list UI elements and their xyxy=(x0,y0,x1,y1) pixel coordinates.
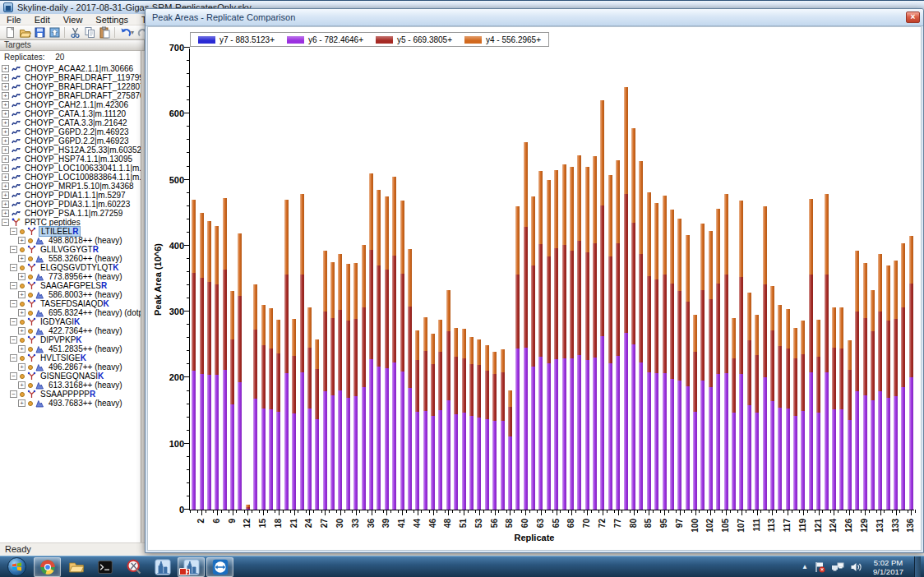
new-document-button[interactable] xyxy=(2,25,17,39)
tree-expander[interactable]: + xyxy=(2,210,9,217)
close-icon[interactable]: × xyxy=(906,12,920,23)
tree-item-protein[interactable]: +CHOYP_PDIA1.1.1|m.5297 xyxy=(2,191,127,200)
tree-item-transition[interactable]: +558.3260++ (heavy) xyxy=(18,254,124,263)
tree-item-transition[interactable]: +451.2835++ (heavy) xyxy=(18,344,124,353)
tree-item-peptide[interactable]: −TASEFDSAIAQDK xyxy=(10,299,111,308)
tree-item-protein[interactable]: +CHOYP_CAH2.1.1|m.42306 xyxy=(2,100,130,109)
tree-item-transition[interactable]: +422.7364++ (heavy) xyxy=(18,326,124,335)
tree-item-peptide[interactable]: −HVLTSIGEK xyxy=(10,353,88,362)
tree-item-peptide[interactable]: −DIPVPKPK xyxy=(10,335,84,344)
tree-expander[interactable]: − xyxy=(10,390,17,398)
tree-expander[interactable]: + xyxy=(2,110,9,118)
save-button[interactable] xyxy=(32,25,47,39)
peak-areas-titlebar[interactable]: Peak Areas - Replicate Comparison × xyxy=(146,9,923,26)
tree-expander[interactable]: + xyxy=(2,128,9,136)
tree-expander[interactable]: + xyxy=(18,237,25,244)
menu-item-view[interactable]: View xyxy=(57,14,90,25)
volume-icon[interactable] xyxy=(850,561,862,573)
replicates-selector[interactable]: Replicates: 20 xyxy=(0,51,141,63)
tree-item-protein[interactable]: +CHOYP_PSA.1.1|m.27259 xyxy=(2,209,124,218)
tree-item-protein[interactable]: +CHOYP_HS12A.25.33|m.60352 xyxy=(2,145,141,155)
tree-item-protein[interactable]: +CHOYP_BRAFLDRAFT_275870.1.1|m.12895 xyxy=(2,91,141,100)
cmd-taskbar-button[interactable] xyxy=(91,557,118,577)
tree-expander[interactable]: − xyxy=(10,264,17,271)
tree-expander[interactable]: + xyxy=(2,119,9,127)
tree-item-peptide[interactable]: −GISNEGQNASIK xyxy=(10,372,105,381)
chrome-taskbar-button[interactable] xyxy=(34,557,61,577)
skyline-taskbar-button[interactable] xyxy=(149,557,176,577)
tree-expander[interactable]: + xyxy=(18,399,25,407)
tree-expander[interactable]: − xyxy=(2,219,9,226)
tree-item-transition[interactable]: +613.3168++ (heavy) xyxy=(18,381,124,390)
tree-expander[interactable]: − xyxy=(10,282,17,289)
tree-expander[interactable]: + xyxy=(2,173,9,181)
tree-item-protein[interactable]: +CHOYP_G6PD.2.2|m.46923 xyxy=(2,127,131,136)
tree-expander[interactable]: + xyxy=(18,327,25,335)
menu-item-file[interactable]: File xyxy=(0,14,28,25)
tree-expander[interactable]: + xyxy=(18,291,25,298)
action-center-icon[interactable] xyxy=(814,561,825,573)
tree-expander[interactable]: + xyxy=(2,192,9,199)
tree-expander[interactable]: + xyxy=(2,92,9,99)
tree-item-transition[interactable]: +496.2867++ (heavy) xyxy=(18,362,124,372)
tree-expander[interactable]: − xyxy=(10,354,17,362)
tree-item-peptide[interactable]: −LTILEELR xyxy=(10,227,81,236)
tree-expander[interactable]: + xyxy=(18,255,25,262)
menu-item-edit[interactable]: Edit xyxy=(28,14,57,25)
tree-item-peptide[interactable]: −IGDYAGIK xyxy=(10,317,81,326)
copy-button[interactable] xyxy=(82,25,97,39)
network-icon[interactable] xyxy=(831,561,844,573)
tree-expander[interactable]: + xyxy=(2,155,9,163)
tree-expander[interactable]: + xyxy=(2,65,9,72)
tree-item-protein[interactable]: +CHOYP_BRAFLDRAFT_122807.1.1|m.3729 xyxy=(2,82,141,91)
tree-expander[interactable]: + xyxy=(2,101,9,108)
tree-expander[interactable]: + xyxy=(2,137,9,145)
tree-item-transition[interactable]: +773.8956++ (heavy) xyxy=(18,272,124,281)
tree-item-peptide[interactable]: −SAAGAFGPELSR xyxy=(10,281,109,290)
tree-expander[interactable]: − xyxy=(10,372,17,380)
tree-expander[interactable]: + xyxy=(18,273,25,280)
tree-expander[interactable]: + xyxy=(2,83,9,90)
seems-taskbar-button[interactable] xyxy=(120,557,147,577)
menu-item-settings[interactable]: Settings xyxy=(89,14,135,25)
skyline-daily-taskbar-button[interactable] xyxy=(178,557,205,577)
taskbar-clock[interactable]: 5:02 PM9/1/2017 xyxy=(868,558,908,576)
teamviewer-taskbar-button[interactable] xyxy=(206,557,233,577)
tree-expander[interactable]: + xyxy=(2,146,9,154)
tree-expander[interactable]: − xyxy=(10,300,17,307)
tree-item-protein[interactable]: +CHOYP_LOC100883864.1.1|m.41791 xyxy=(2,173,141,182)
tree-item-transition[interactable]: +586.8003++ (heavy) xyxy=(18,290,124,299)
start-button[interactable] xyxy=(7,557,26,576)
explorer-taskbar-button[interactable] xyxy=(62,557,90,577)
tree-item-peptide[interactable]: −GLILVGGYGTR xyxy=(10,245,100,254)
undo-dropdown-caret[interactable]: ▾ xyxy=(131,29,134,36)
tree-expander[interactable]: + xyxy=(2,164,9,172)
tree-expander[interactable]: + xyxy=(2,201,9,208)
tree-expander[interactable]: − xyxy=(10,336,17,344)
open-folder-button[interactable] xyxy=(17,25,32,39)
tree-item-protein[interactable]: +CHOYP_CATA.3.3|m.21642 xyxy=(2,118,129,127)
tree-item-protein[interactable]: +CHOYP_LOC100633041.1.1|m.35428 xyxy=(2,164,141,173)
tree-item-peptide[interactable]: −SSAAPPPPPR xyxy=(10,390,97,399)
tree-item-protein[interactable]: +CHOYP_PDIA3.1.1|m.60223 xyxy=(2,200,132,209)
tree-expander[interactable]: + xyxy=(2,74,9,81)
tray-expand-icon[interactable]: ▲ xyxy=(802,563,808,570)
tree-expander[interactable]: + xyxy=(18,381,25,389)
tree-item-transition[interactable]: +695.8324++ (heavy) (dotp 0.71) xyxy=(18,308,141,317)
paste-button[interactable] xyxy=(97,25,112,39)
tree-item-protein[interactable]: +CHOYP_BRAFLDRAFT_119799.1.1|m.23765 xyxy=(2,73,141,82)
tree-expander[interactable]: + xyxy=(2,182,9,190)
publish-button[interactable] xyxy=(47,25,62,39)
tree-expander[interactable]: + xyxy=(18,345,25,353)
tree-item-transition[interactable]: +498.8018++ (heavy) xyxy=(18,236,124,245)
targets-panel-header[interactable]: Targets xyxy=(0,39,145,51)
cut-button[interactable] xyxy=(67,25,82,39)
tree-expander[interactable]: − xyxy=(10,318,17,325)
tree-expander[interactable]: + xyxy=(18,309,25,316)
tree-expander[interactable]: − xyxy=(10,228,17,235)
tree-expander[interactable]: + xyxy=(18,363,25,371)
tree-item-protein[interactable]: +CHOYP_CATA.1.3|m.11120 xyxy=(2,109,127,118)
show-desktop-button[interactable] xyxy=(914,556,921,577)
tree-item-transition[interactable]: +493.7683++ (heavy) xyxy=(18,399,124,408)
tree-item-protein[interactable]: +CHOYP_MRP1.5.10|m.34368 xyxy=(2,182,136,191)
